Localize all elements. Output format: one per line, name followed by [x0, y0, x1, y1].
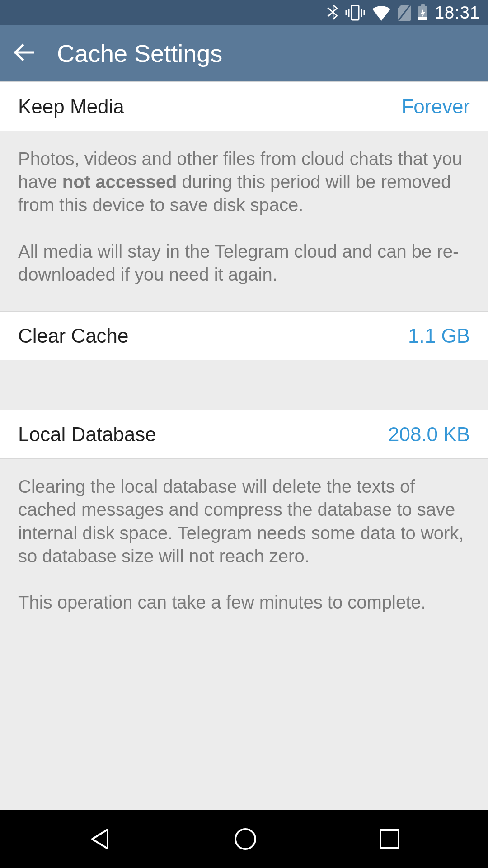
- vibrate-icon: [345, 5, 365, 21]
- desc-text: All media will stay in the Telegram clou…: [18, 240, 470, 286]
- svg-point-9: [235, 829, 255, 849]
- status-time: 18:31: [435, 3, 480, 23]
- bluetooth-icon: [326, 4, 339, 22]
- desc-text: This operation can take a few minutes to…: [18, 591, 470, 614]
- wifi-icon: [371, 5, 391, 21]
- local-database-label: Local Database: [18, 423, 156, 446]
- svg-rect-7: [421, 4, 425, 6]
- app-bar: Cache Settings: [0, 25, 488, 82]
- nav-back-button[interactable]: [87, 826, 113, 852]
- local-database-value: 208.0 KB: [388, 423, 470, 446]
- local-database-row[interactable]: Local Database 208.0 KB: [0, 410, 488, 459]
- svg-rect-8: [418, 17, 427, 20]
- svg-rect-10: [380, 830, 399, 848]
- back-icon[interactable]: [14, 42, 34, 65]
- status-bar: 18:31: [0, 0, 488, 25]
- page-title: Cache Settings: [57, 39, 222, 67]
- no-sim-icon: [398, 4, 411, 21]
- section-gap: [0, 360, 488, 410]
- keep-media-description: Photos, videos and other files from clou…: [0, 131, 488, 311]
- clear-cache-row[interactable]: Clear Cache 1.1 GB: [0, 311, 488, 360]
- desc-text-bold: not accessed: [62, 172, 177, 192]
- battery-charging-icon: [418, 4, 428, 21]
- local-database-description: Clearing the local database will delete …: [0, 459, 488, 639]
- clear-cache-value: 1.1 GB: [408, 325, 470, 347]
- clear-cache-label: Clear Cache: [18, 325, 129, 347]
- system-nav-bar: [0, 810, 488, 868]
- svg-rect-0: [352, 5, 359, 20]
- keep-media-label: Keep Media: [18, 95, 124, 118]
- nav-home-button[interactable]: [232, 826, 258, 852]
- keep-media-value: Forever: [401, 95, 470, 118]
- desc-text: Clearing the local database will delete …: [18, 475, 470, 568]
- nav-recents-button[interactable]: [378, 827, 401, 851]
- content: Keep Media Forever Photos, videos and ot…: [0, 82, 488, 810]
- keep-media-row[interactable]: Keep Media Forever: [0, 82, 488, 131]
